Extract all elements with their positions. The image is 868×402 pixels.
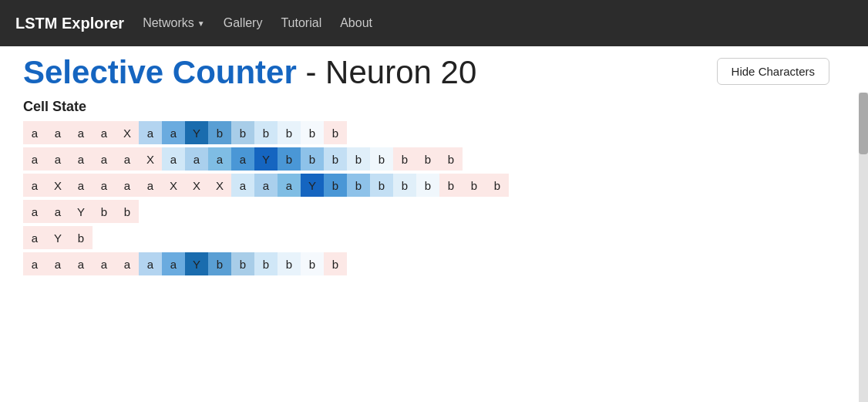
cell-0-2: a xyxy=(69,121,93,144)
cell-3-2: Y xyxy=(69,200,93,223)
sequence-row-1: aaaaaXaaaaYbbbbbbbb xyxy=(23,147,845,171)
cell-5-13: b xyxy=(324,252,347,275)
cell-1-6: a xyxy=(162,147,185,171)
cell-2-4: a xyxy=(116,174,139,197)
page-scrollbar[interactable] xyxy=(859,93,868,402)
cell-4-2: b xyxy=(69,226,93,249)
cell-1-12: b xyxy=(301,147,324,171)
cell-2-10: a xyxy=(254,174,278,197)
cell-2-2: a xyxy=(69,174,93,197)
nav-item-about[interactable]: About xyxy=(340,16,372,30)
cell-3-0: a xyxy=(23,200,46,223)
cell-5-12: b xyxy=(301,252,324,275)
chevron-down-icon: ▼ xyxy=(197,19,205,28)
cell-2-11: a xyxy=(278,174,301,197)
cell-0-12: b xyxy=(301,121,324,144)
cell-2-0: a xyxy=(23,174,46,197)
cell-0-7: Y xyxy=(185,121,208,144)
cell-5-11: b xyxy=(278,252,301,275)
cell-2-19: b xyxy=(463,174,486,197)
cell-1-17: b xyxy=(416,147,439,171)
cell-1-10: Y xyxy=(254,147,278,171)
cell-2-12: Y xyxy=(301,174,324,197)
cell-0-3: a xyxy=(93,121,116,144)
cell-2-7: X xyxy=(185,174,208,197)
nav-item-tutorial[interactable]: Tutorial xyxy=(281,16,321,30)
cell-1-14: b xyxy=(347,147,370,171)
cell-1-11: b xyxy=(278,147,301,171)
cell-3-1: a xyxy=(46,200,69,223)
cell-3-3: b xyxy=(93,200,116,223)
cell-2-18: b xyxy=(439,174,463,197)
cell-5-4: a xyxy=(116,252,139,275)
cell-1-8: a xyxy=(208,147,231,171)
cell-5-3: a xyxy=(93,252,116,275)
cell-2-6: X xyxy=(162,174,185,197)
cell-0-13: b xyxy=(324,121,347,144)
cell-5-9: b xyxy=(231,252,254,275)
cell-2-13: b xyxy=(324,174,347,197)
sequence-row-0: aaaaXaaYbbbbbb xyxy=(23,121,845,144)
cell-2-15: b xyxy=(370,174,393,197)
cell-4-1: Y xyxy=(46,226,69,249)
cell-0-10: b xyxy=(254,121,278,144)
cell-state-label: Cell State xyxy=(23,99,845,115)
cell-2-9: a xyxy=(231,174,254,197)
cell-1-1: a xyxy=(46,147,69,171)
cell-1-7: a xyxy=(185,147,208,171)
cell-5-1: a xyxy=(46,252,69,275)
main-content: Selective Counter - Neuron 20 Hide Chara… xyxy=(0,46,868,402)
sequence-row-3: aaYbb xyxy=(23,200,845,223)
cell-5-6: a xyxy=(162,252,185,275)
cell-1-9: a xyxy=(231,147,254,171)
navbar: LSTM Explorer Networks ▼ Gallery Tutoria… xyxy=(0,0,868,46)
cell-1-3: a xyxy=(93,147,116,171)
nav-brand[interactable]: LSTM Explorer xyxy=(15,15,124,32)
sequence-row-2: aXaaaaXXXaaaYbbbbbbbb xyxy=(23,174,845,197)
cell-5-8: b xyxy=(208,252,231,275)
title-blue: Selective Counter xyxy=(23,54,297,90)
cell-1-13: b xyxy=(324,147,347,171)
cell-0-9: b xyxy=(231,121,254,144)
cell-1-16: b xyxy=(393,147,416,171)
cell-2-20: b xyxy=(486,174,509,197)
cell-1-15: b xyxy=(370,147,393,171)
cell-5-0: a xyxy=(23,252,46,275)
nav-item-networks[interactable]: Networks ▼ xyxy=(143,16,205,30)
cell-0-8: b xyxy=(208,121,231,144)
cell-5-10: b xyxy=(254,252,278,275)
hide-characters-button[interactable]: Hide Characters xyxy=(717,58,829,85)
cell-1-2: a xyxy=(69,147,93,171)
cell-2-1: X xyxy=(46,174,69,197)
sequence-row-5: aaaaaaaYbbbbbb xyxy=(23,252,845,275)
cell-0-11: b xyxy=(278,121,301,144)
cell-5-5: a xyxy=(139,252,162,275)
title-rest: - Neuron 20 xyxy=(297,54,476,90)
cell-1-0: a xyxy=(23,147,46,171)
nav-label-networks: Networks xyxy=(143,16,194,30)
cell-2-3: a xyxy=(93,174,116,197)
cell-0-6: a xyxy=(162,121,185,144)
cell-0-0: a xyxy=(23,121,46,144)
cell-1-18: b xyxy=(439,147,463,171)
cell-0-1: a xyxy=(46,121,69,144)
sequences-container: aaaaXaaYbbbbbbaaaaaXaaaaYbbbbbbbbaXaaaaX… xyxy=(23,121,845,275)
cell-0-4: X xyxy=(116,121,139,144)
cell-0-5: a xyxy=(139,121,162,144)
cell-2-16: b xyxy=(393,174,416,197)
cell-4-0: a xyxy=(23,226,46,249)
cell-3-4: b xyxy=(116,200,139,223)
sequence-row-4: aYb xyxy=(23,226,845,249)
cell-5-7: Y xyxy=(185,252,208,275)
scrollbar-thumb[interactable] xyxy=(859,93,868,154)
cell-5-2: a xyxy=(69,252,93,275)
cell-2-17: b xyxy=(416,174,439,197)
nav-item-gallery[interactable]: Gallery xyxy=(224,16,263,30)
cell-2-5: a xyxy=(139,174,162,197)
cell-1-5: X xyxy=(139,147,162,171)
cell-2-8: X xyxy=(208,174,231,197)
cell-1-4: a xyxy=(116,147,139,171)
cell-2-14: b xyxy=(347,174,370,197)
